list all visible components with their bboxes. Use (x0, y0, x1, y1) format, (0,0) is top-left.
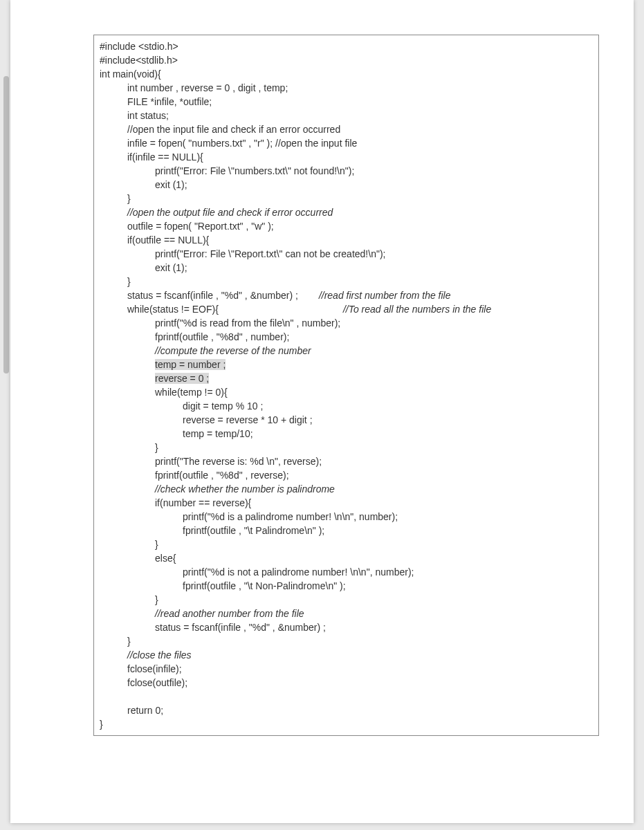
code-line: fclose(outfile); (100, 676, 593, 690)
document-page: #include <stdio.h> #include<stdlib.h> in… (10, 0, 634, 823)
code-line: int status; (100, 109, 593, 122)
code-line: while(status != EOF){//To read all the n… (100, 302, 593, 316)
code-line: printf("%d is read from the file\n" , nu… (100, 316, 593, 330)
code-line: fprintf(outfile , "%8d" , number); (100, 330, 593, 344)
code-line: return 0; (100, 703, 593, 717)
code-line: printf("%d is not a palindrome number! \… (100, 565, 593, 579)
code-line: fclose(infile); (100, 662, 593, 676)
code-line: status = fscanf(infile , "%d" , &number)… (100, 288, 593, 302)
code-line: digit = temp % 10 ; (100, 399, 593, 413)
code-comment: //To read all the numbers in the file (343, 304, 491, 315)
blank-line (100, 690, 593, 703)
code-line: //open the input file and check if an er… (100, 122, 593, 136)
code-line: FILE *infile, *outfile; (100, 95, 593, 109)
code-line: } (100, 441, 593, 454)
code-line: } (100, 634, 593, 648)
code-comment: //open the output file and check if erro… (100, 205, 593, 219)
code-line: } (100, 275, 593, 288)
code-line: } (100, 537, 593, 551)
code-line: outfile = fopen( "Report.txt" , "w" ); (100, 219, 593, 233)
code-line: reverse = reverse * 10 + digit ; (100, 413, 593, 427)
code-line: if(number == reverse){ (100, 496, 593, 510)
code-line: fprintf(outfile , "\t Palindrome\n" ); (100, 524, 593, 537)
document-viewport: #include <stdio.h> #include<stdlib.h> in… (0, 0, 644, 830)
code-line-highlighted: temp = number ; (100, 358, 593, 371)
code-line: int number , reverse = 0 , digit , temp; (100, 81, 593, 95)
code-line: while(temp != 0){ (100, 385, 593, 399)
code-line: int main(void){ (100, 67, 593, 81)
code-line: printf("%d is a palindrome number! \n\n"… (100, 510, 593, 524)
code-line: else{ (100, 551, 593, 565)
code-line: exit (1); (100, 178, 593, 192)
code-line: #include<stdlib.h> (100, 53, 593, 67)
scrollbar[interactable] (3, 76, 9, 374)
code-line: printf("Error: File \"Report.txt\" can n… (100, 247, 593, 261)
code-line-highlighted: reverse = 0 ; (100, 371, 593, 385)
code-line: } (100, 593, 593, 607)
code-line: #include <stdio.h> (100, 39, 593, 53)
code-comment: //read another number from the file (100, 607, 593, 620)
code-line: } (100, 717, 593, 731)
code-line: if(infile == NULL){ (100, 150, 593, 164)
code-line: infile = fopen( "numbers.txt" , "r" ); /… (100, 136, 593, 150)
code-line: exit (1); (100, 261, 593, 275)
code-line: if(outfile == NULL){ (100, 233, 593, 247)
code-box: #include <stdio.h> #include<stdlib.h> in… (93, 35, 599, 736)
code-comment: //read first number from the file (319, 290, 451, 301)
code-line: printf("The reverse is: %d \n", reverse)… (100, 454, 593, 468)
code-line: fprintf(outfile , "%8d" , reverse); (100, 468, 593, 482)
code-comment: //check whether the number is palindrome (100, 482, 593, 496)
code-line: temp = temp/10; (100, 427, 593, 441)
code-line: fprintf(outfile , "\t Non-Palindrome\n" … (100, 579, 593, 593)
code-line: } (100, 192, 593, 205)
code-line: status = fscanf(infile , "%d" , &number)… (100, 620, 593, 634)
code-comment: //close the files (100, 648, 593, 662)
code-line: printf("Error: File \"numbers.txt\" not … (100, 164, 593, 178)
code-comment: //compute the reverse of the number (100, 344, 593, 358)
